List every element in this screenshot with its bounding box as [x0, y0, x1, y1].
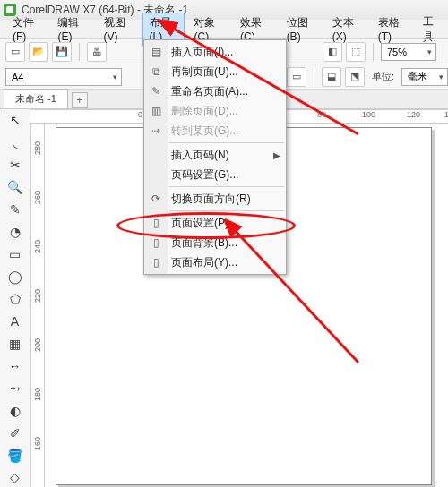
page-dup-icon: ⧉: [149, 64, 163, 79]
menu-number-settings[interactable]: 页码设置(G)...: [144, 165, 286, 184]
ruler-tick: 120: [407, 110, 420, 119]
tool-icon[interactable]: ⬚: [346, 42, 366, 62]
crop-tool-icon[interactable]: ✂: [4, 156, 26, 175]
menu-separator: [169, 210, 284, 211]
ellipse-tool-icon[interactable]: ◯: [4, 268, 26, 286]
text-tool-icon[interactable]: A: [4, 312, 26, 330]
app-logo-icon: [4, 4, 16, 16]
menu-item-label: 页面设置(P)...: [171, 216, 237, 231]
ruler-tick: 240: [33, 240, 42, 253]
rectangle-tool-icon[interactable]: ▭: [4, 245, 26, 264]
zoom-value: 75%: [387, 47, 407, 57]
ruler-tick: 280: [33, 141, 42, 155]
outline-tool-icon[interactable]: ◇: [4, 468, 26, 487]
page-goto-icon: ⇢: [149, 124, 163, 138]
shape-tool-icon[interactable]: ◟: [4, 133, 26, 152]
submenu-arrow-icon: ▶: [273, 150, 280, 160]
tool-icon[interactable]: ◧: [323, 42, 342, 62]
tool-icon[interactable]: ⬓: [322, 67, 341, 87]
eyedropper-tool-icon[interactable]: ✐: [4, 423, 26, 442]
menu-item-label: 重命名页面(A)...: [171, 84, 248, 99]
menu-goto-page: ⇢转到某页(G)...: [144, 121, 286, 141]
menu-page-setup[interactable]: ▯页面设置(P)...: [144, 213, 286, 233]
page-layout-icon: ▯: [149, 255, 163, 269]
menu-insert-number[interactable]: 插入页码(N)▶: [144, 145, 286, 165]
ruler-tick: 0: [138, 110, 142, 119]
menu-rename-page[interactable]: ✎重命名页面(A)...: [144, 81, 286, 101]
toolbox: ↖ ◟ ✂ 🔍 ✎ ◔ ▭ ◯ ⬠ A ▦ ↔ ⤳ ◐ ✐ 🪣 ◇: [0, 109, 30, 487]
menu-tools[interactable]: 工具: [416, 12, 448, 47]
fill-tool-icon[interactable]: 🪣: [4, 446, 26, 465]
document-tab[interactable]: 未命名 -1: [4, 89, 68, 108]
menu-bar: 文件(F) 编辑(E) 视图(V) 布局(L) 对象(C) 效果(C) 位图(B…: [0, 20, 448, 39]
page-bg-icon: ▯: [149, 235, 163, 250]
ruler-tick: 200: [33, 338, 42, 352]
table-tool-icon[interactable]: ▦: [4, 334, 26, 353]
zoom-select[interactable]: 75%: [381, 43, 436, 61]
open-button[interactable]: 📂: [29, 42, 48, 62]
menu-edit[interactable]: 编辑(E): [50, 13, 94, 46]
effects-tool-icon[interactable]: ◐: [4, 401, 26, 420]
menu-table[interactable]: 表格(T): [371, 13, 414, 46]
landscape-button[interactable]: ▭: [287, 67, 306, 87]
connector-tool-icon[interactable]: ⤳: [4, 379, 26, 397]
ruler-tick: 220: [33, 289, 42, 303]
ruler-tick: 1: [444, 110, 448, 119]
separator: [79, 43, 80, 61]
menu-item-label: 页码设置(G)...: [171, 167, 238, 183]
units-label: 单位:: [372, 70, 394, 83]
menu-switch-orient[interactable]: ⟳切换页面方向(R): [144, 189, 286, 209]
polygon-tool-icon[interactable]: ⬠: [4, 290, 26, 309]
menu-item-label: 插入页面(I)...: [171, 45, 233, 60]
menu-duplicate-page[interactable]: ⧉再制页面(U)...: [144, 62, 286, 81]
menu-text[interactable]: 文本(X): [325, 13, 369, 46]
page-rename-icon: ✎: [149, 84, 163, 98]
menu-file[interactable]: 文件(F): [5, 13, 48, 46]
menu-item-label: 页面布局(Y)...: [171, 255, 237, 270]
ruler-tick: 160: [33, 437, 42, 450]
menu-view[interactable]: 视图(V): [97, 13, 141, 46]
layout-dropdown: ▤插入页面(I)... ⧉再制页面(U)... ✎重命名页面(A)... ▥删除…: [143, 39, 287, 275]
separator: [373, 43, 374, 61]
separator: [444, 43, 444, 61]
menu-item-label: 再制页面(U)...: [171, 64, 238, 80]
ruler-tick: 80: [317, 110, 326, 119]
print-button[interactable]: 🖶: [87, 42, 107, 62]
vertical-ruler: 280 260 240 220 200 180 160: [30, 124, 45, 487]
pick-tool-icon[interactable]: ↖: [4, 111, 26, 130]
menu-page-layout[interactable]: ▯页面布局(Y)...: [144, 252, 286, 272]
ruler-tick: 100: [362, 110, 375, 119]
paper-size-value: A4: [12, 72, 23, 82]
zoom-tool-icon[interactable]: 🔍: [4, 178, 26, 197]
menu-insert-page[interactable]: ▤插入页面(I)...: [144, 42, 286, 62]
menu-item-label: 删除页面(D)...: [171, 104, 238, 119]
page-add-icon: ▤: [149, 45, 163, 59]
save-button[interactable]: 💾: [52, 42, 72, 62]
menu-item-label: 插入页码(N): [171, 148, 229, 163]
tool-icon[interactable]: ⬔: [345, 67, 365, 87]
orient-icon: ⟳: [149, 192, 163, 206]
menu-separator: [169, 186, 284, 187]
freehand-tool-icon[interactable]: ✎: [4, 201, 26, 219]
add-tab-button[interactable]: +: [72, 92, 88, 108]
units-value: 毫米: [408, 70, 427, 83]
menu-page-background[interactable]: ▯页面背景(B)...: [144, 233, 286, 252]
menu-item-label: 切换页面方向(R): [171, 192, 251, 207]
menu-separator: [169, 142, 284, 143]
menu-delete-page: ▥删除页面(D)...: [144, 101, 286, 121]
units-select[interactable]: 毫米: [401, 68, 448, 86]
smart-fill-icon[interactable]: ◔: [4, 223, 26, 242]
ruler-tick: 260: [33, 191, 42, 204]
dimension-tool-icon[interactable]: ↔: [4, 356, 26, 375]
menu-item-label: 页面背景(B)...: [171, 235, 237, 251]
page-delete-icon: ▥: [149, 104, 163, 118]
separator: [314, 68, 314, 86]
ruler-tick: 180: [33, 388, 42, 401]
paper-size-select[interactable]: A4: [5, 68, 122, 86]
page-icon: ▯: [149, 216, 163, 230]
new-button[interactable]: ▭: [5, 42, 25, 62]
menu-item-label: 转到某页(G)...: [171, 124, 238, 139]
